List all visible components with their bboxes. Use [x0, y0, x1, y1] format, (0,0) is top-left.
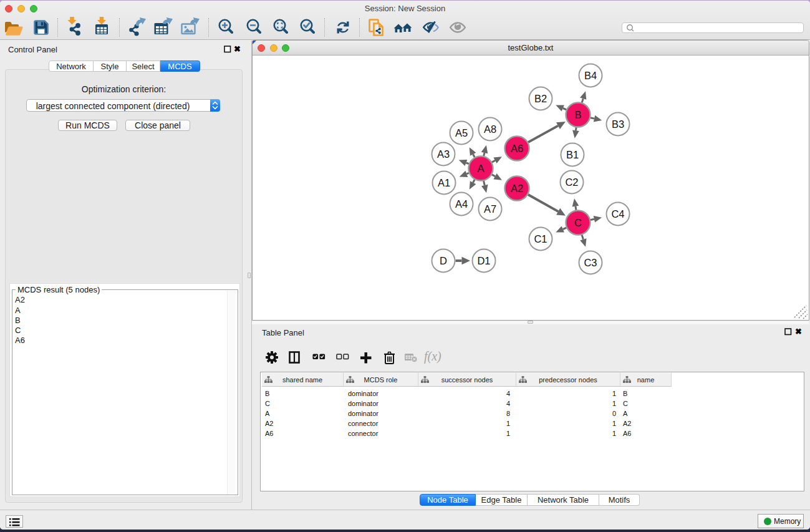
svg-text:A5: A5	[455, 127, 468, 138]
svg-text:C: C	[574, 217, 582, 228]
svg-text:A4: A4	[455, 198, 468, 210]
svg-text:B3: B3	[612, 118, 624, 130]
svg-text:B4: B4	[584, 70, 597, 81]
svg-text:A1: A1	[438, 177, 450, 188]
svg-text:C2: C2	[565, 177, 578, 188]
svg-text:A: A	[477, 163, 484, 174]
svg-text:D1: D1	[477, 255, 490, 266]
svg-text:C1: C1	[534, 233, 547, 244]
svg-text:B: B	[574, 109, 581, 120]
svg-text:C4: C4	[611, 208, 624, 220]
svg-text:C3: C3	[584, 257, 597, 268]
svg-text:A6: A6	[511, 143, 523, 154]
svg-text:B2: B2	[534, 93, 547, 104]
svg-text:A2: A2	[511, 183, 523, 194]
svg-text:D: D	[440, 255, 447, 266]
svg-text:A8: A8	[484, 123, 496, 135]
svg-text:A3: A3	[437, 148, 450, 160]
svg-text:A7: A7	[484, 203, 496, 215]
svg-text:B1: B1	[566, 149, 579, 160]
